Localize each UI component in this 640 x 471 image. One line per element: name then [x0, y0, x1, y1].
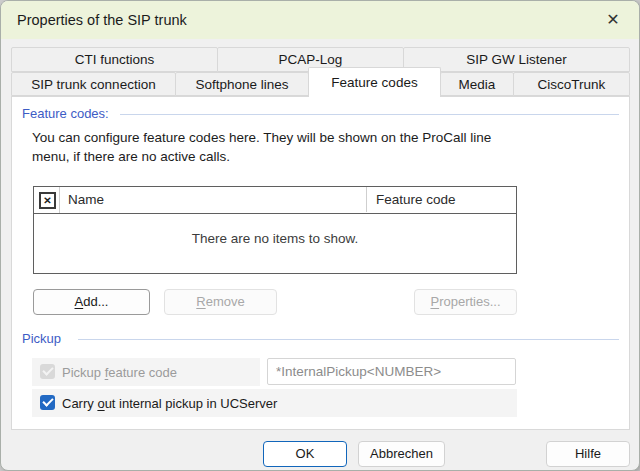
tab-media[interactable]: Media — [440, 72, 514, 96]
tab-sip-trunk-connection[interactable]: SIP trunk connection — [11, 72, 176, 96]
remove-button[interactable]: Remove — [164, 289, 277, 315]
close-icon[interactable]: ✕ — [599, 8, 627, 32]
tab-feature-codes[interactable]: Feature codes — [308, 67, 441, 97]
tab-ciscotrunk[interactable]: CiscoTrunk — [513, 72, 630, 96]
feature-codes-group-label: Feature codes: — [22, 106, 109, 121]
column-header-feature-code[interactable]: Feature code — [368, 187, 516, 212]
properties-button[interactable]: Properties... — [414, 289, 517, 315]
add-button[interactable]: Add... — [33, 289, 150, 315]
pickup-group-rule — [78, 339, 619, 340]
cancel-button[interactable]: Abbrechen — [358, 441, 445, 467]
description-line-1: You can configure feature codes here. Th… — [32, 128, 491, 147]
feature-codes-list: ✕ Name Feature code There are no items t… — [33, 186, 517, 274]
list-header: ✕ Name Feature code — [34, 187, 516, 214]
feature-codes-group-rule — [120, 114, 619, 115]
pickup-feature-code-checkbox[interactable] — [40, 364, 55, 379]
tab-softphone-lines[interactable]: Softphone lines — [175, 72, 309, 96]
select-all-checkbox-icon[interactable]: ✕ — [39, 192, 56, 209]
column-header-name[interactable]: Name — [60, 187, 367, 212]
pickup-feature-code-input[interactable] — [267, 358, 516, 385]
feature-codes-description: You can configure feature codes here. Th… — [32, 128, 491, 166]
internal-pickup-label: Carry out internal pickup in UCServer — [62, 396, 277, 411]
feature-codes-tab-panel: Feature codes: You can configure feature… — [11, 96, 630, 430]
window-title: Properties of the SIP trunk — [17, 1, 187, 39]
ok-button[interactable]: OK — [263, 441, 347, 467]
list-empty-message: There are no items to show. — [34, 231, 516, 246]
check-icon — [42, 395, 53, 406]
select-all-cell: ✕ — [34, 187, 60, 213]
internal-pickup-checkbox[interactable] — [40, 395, 55, 410]
tab-cti-functions[interactable]: CTI functions — [11, 47, 218, 72]
description-line-2: menu, if there are no active calls. — [32, 147, 491, 166]
help-button[interactable]: Hilfe — [546, 441, 630, 467]
pickup-feature-code-label: Pickup feature code — [62, 365, 177, 380]
sip-trunk-properties-dialog: Properties of the SIP trunk ✕ CTI functi… — [0, 0, 640, 471]
title-bar: Properties of the SIP trunk ✕ — [1, 1, 639, 39]
pickup-group-label: Pickup — [22, 331, 61, 346]
check-icon — [42, 364, 53, 375]
